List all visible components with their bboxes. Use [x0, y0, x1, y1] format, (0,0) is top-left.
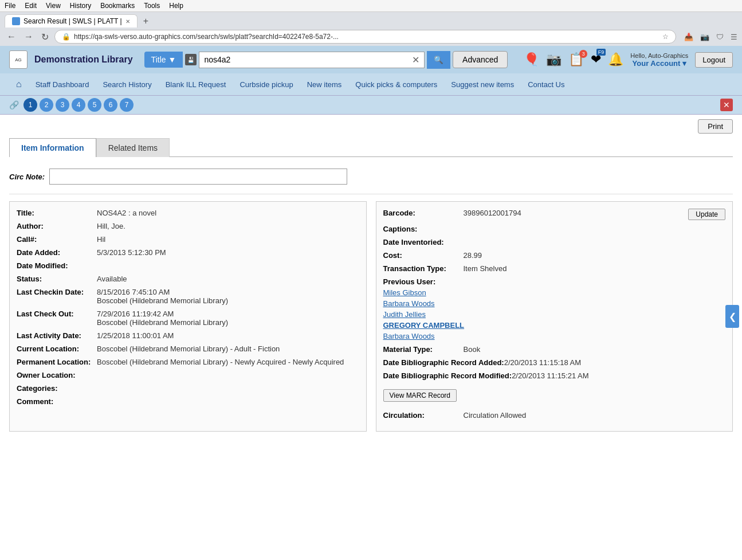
date-inventoried-label: Date Inventoried: [383, 238, 464, 246]
balloon-icon[interactable]: 🎈 [524, 52, 539, 67]
browser-tab-active[interactable]: Search Result | SWLS | PLATT | ✕ [5, 14, 138, 28]
search-input[interactable] [204, 55, 412, 64]
nav-bar: ⌂ Staff Dashboard Search History Blank I… [0, 73, 742, 96]
permanent-location-label: Permanent Location: [17, 358, 97, 366]
menu-edit[interactable]: Edit [25, 2, 37, 10]
transaction-type-label: Transaction Type: [383, 264, 464, 273]
permanent-location-value: Boscobel (Hildebrand Memorial Library) -… [97, 358, 344, 366]
material-type-value: Book [464, 345, 481, 354]
address-icons: ☆ [662, 33, 669, 41]
view-marc-button[interactable]: View MARC Record [383, 389, 457, 402]
nav-new-items[interactable]: New items [300, 77, 349, 92]
app-header: AG Demonstration Library Title ▼ 💾 ✕ 🔍 A… [0, 46, 742, 73]
tabs: Item Information Related Items [9, 138, 733, 157]
browser-menu: File Edit View History Bookmarks Tools H… [0, 0, 742, 12]
list-icon[interactable]: 📋 3 [568, 52, 584, 67]
page-button-6[interactable]: 6 [104, 98, 117, 112]
nav-quick-picks[interactable]: Quick picks & computers [348, 77, 444, 92]
account-hello: Hello, Auto-Graphics [630, 52, 688, 59]
nav-contact[interactable]: Contact Us [521, 77, 571, 92]
search-go-button[interactable]: 🔍 [427, 51, 450, 69]
previous-user-1[interactable]: Barbara Woods [383, 299, 726, 308]
page-button-7[interactable]: 7 [120, 98, 134, 112]
menu-history[interactable]: History [70, 2, 91, 10]
address-url[interactable]: https://qa-swls-verso.auto-graphics.com/… [74, 33, 659, 41]
left-panel: Title: NOS4A2 : a novel Author: Hill, Jo… [9, 201, 367, 432]
back-arrow-button[interactable]: ❮ [725, 305, 739, 328]
tab-item-information[interactable]: Item Information [9, 138, 96, 157]
previous-user-0[interactable]: Miles Gibson [383, 288, 726, 297]
refresh-button[interactable]: ↻ [39, 30, 51, 44]
advanced-search-button[interactable]: Advanced [453, 51, 508, 68]
back-button[interactable]: ← [5, 30, 18, 43]
menu-icon[interactable]: ☰ [731, 33, 737, 41]
app-content: AG Demonstration Library Title ▼ 💾 ✕ 🔍 A… [0, 46, 742, 560]
print-button[interactable]: Print [698, 119, 733, 134]
previous-user-2[interactable]: Judith Jellies [383, 310, 726, 319]
field-author: Author: Hill, Joe. [17, 222, 359, 230]
page-button-3[interactable]: 3 [56, 98, 69, 112]
field-owner-location: Owner Location: [17, 371, 359, 379]
screenshot-icon[interactable]: 📷 [700, 33, 709, 41]
last-activity-value: 1/25/2018 11:00:01 AM [97, 331, 174, 340]
page-button-5[interactable]: 5 [88, 98, 101, 112]
menu-tools[interactable]: Tools [144, 2, 160, 10]
tab-close-button[interactable]: ✕ [125, 18, 130, 25]
shield-icon[interactable]: 🛡 [716, 33, 724, 41]
f9-badge: F9 [596, 49, 606, 56]
menu-file[interactable]: File [5, 2, 15, 10]
camera-icon[interactable]: 📷 [546, 52, 562, 67]
field-title: Title: NOS4A2 : a novel [17, 209, 359, 217]
field-last-checkin: Last Checkin Date: 8/15/2016 7:45:10 AMB… [17, 288, 359, 305]
captions-label: Captions: [383, 225, 464, 233]
browser-frame: File Edit View History Bookmarks Tools H… [0, 0, 742, 560]
status-value: Available [97, 275, 127, 283]
previous-user-3[interactable]: GREGORY CAMPBELL [383, 321, 726, 330]
transaction-type-value: Item Shelved [464, 264, 507, 273]
tab-related-items[interactable]: Related Items [96, 138, 170, 157]
pocket-icon[interactable]: 📥 [684, 33, 693, 41]
page-button-4[interactable]: 4 [72, 98, 85, 112]
pagination-row: 🔗 1 2 3 4 5 6 7 ✕ [0, 96, 742, 115]
cost-value: 28.99 [464, 251, 482, 260]
nav-staff-dashboard[interactable]: Staff Dashboard [29, 77, 96, 92]
current-location-value: Boscobel (Hildebrand Memorial Library) -… [97, 344, 280, 353]
barcode-value: 39896012001794 [464, 209, 521, 220]
menu-help[interactable]: Help [169, 2, 183, 10]
address-box: 🔒 https://qa-swls-verso.auto-graphics.co… [54, 30, 676, 44]
view-marc-row: View MARC Record [383, 385, 726, 406]
nav-blank-ill[interactable]: Blank ILL Request [159, 77, 233, 92]
nav-suggest[interactable]: Suggest new items [444, 77, 521, 92]
update-button[interactable]: Update [688, 209, 725, 220]
close-result-button[interactable]: ✕ [720, 99, 733, 111]
nav-curbside[interactable]: Curbside pickup [233, 77, 300, 92]
field-comment: Comment: [17, 397, 359, 406]
new-tab-button[interactable]: + [140, 15, 152, 28]
browser-tabbar: Search Result | SWLS | PLATT | ✕ + [0, 12, 742, 28]
favorites-icon[interactable]: ❤ F9 [591, 52, 601, 67]
search-type-dropdown[interactable]: Title ▼ [144, 52, 183, 68]
material-type-label: Material Type: [383, 345, 464, 354]
logout-button[interactable]: Logout [695, 52, 733, 68]
previous-user-4[interactable]: Barbara Woods [383, 332, 726, 340]
menu-bookmarks[interactable]: Bookmarks [100, 2, 135, 10]
bookmark-icon[interactable]: ☆ [662, 33, 669, 41]
browser-action-icons: 📥 📷 🛡 ☰ [684, 33, 737, 41]
account-info: Hello, Auto-Graphics Your Account ▾ [630, 52, 688, 68]
forward-button[interactable]: → [22, 30, 36, 43]
detail-panels: Title: NOS4A2 : a novel Author: Hill, Jo… [9, 201, 733, 432]
circ-note-input[interactable] [49, 169, 347, 185]
main-content: Print Item Information Related Items Cir… [0, 115, 742, 560]
account-link[interactable]: Your Account ▾ [630, 59, 688, 68]
nav-home[interactable]: ⌂ [9, 76, 29, 93]
page-button-2[interactable]: 2 [40, 98, 53, 112]
date-added-value: 5/3/2013 5:12:30 PM [97, 248, 166, 257]
library-name: Demonstration Library [34, 54, 133, 65]
search-clear-button[interactable]: ✕ [412, 54, 419, 65]
page-button-1[interactable]: 1 [23, 98, 37, 112]
menu-view[interactable]: View [46, 2, 61, 10]
nav-search-history[interactable]: Search History [96, 77, 158, 92]
last-checkout-label: Last Check Out: [17, 310, 97, 327]
notification-icon[interactable]: 🔔 [608, 52, 623, 67]
field-date-modified: Date Modified: [17, 261, 359, 270]
